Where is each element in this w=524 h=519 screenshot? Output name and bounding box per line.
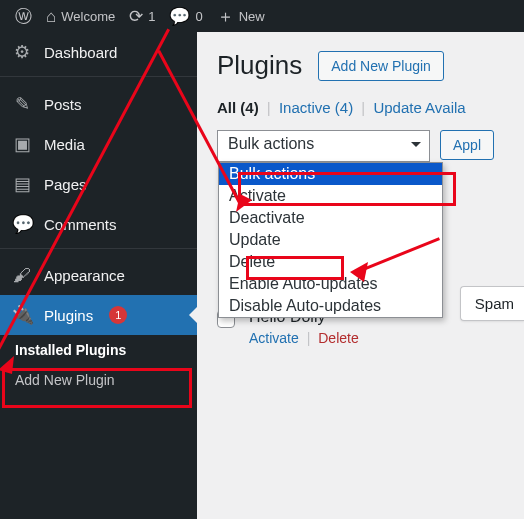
filter-all[interactable]: All (4) bbox=[217, 99, 259, 116]
new-content[interactable]: ＋ New bbox=[210, 0, 272, 32]
bulk-actions-wrap: Bulk actions Bulk actions Activate Deact… bbox=[217, 130, 430, 162]
comments-icon: 💬 bbox=[12, 213, 32, 235]
separator bbox=[0, 76, 197, 84]
bulk-option-enable-auto-updates[interactable]: Enable Auto-updates bbox=[219, 273, 442, 295]
updates-count: 1 bbox=[148, 9, 155, 24]
sidebar-item-media[interactable]: ▣ Media bbox=[0, 124, 197, 164]
bulk-option-disable-auto-updates[interactable]: Disable Auto-updates bbox=[219, 295, 442, 317]
separator bbox=[0, 248, 197, 256]
filter-inactive[interactable]: Inactive (4) bbox=[279, 99, 353, 116]
sidebar-item-label: Posts bbox=[44, 96, 82, 113]
bulk-option-delete[interactable]: Delete bbox=[219, 251, 442, 273]
comments-indicator[interactable]: 💬 0 bbox=[162, 0, 209, 32]
dashboard-icon: ⚙ bbox=[12, 41, 32, 63]
wordpress-icon: ⓦ bbox=[15, 8, 32, 25]
bulk-option-activate[interactable]: Activate bbox=[219, 185, 442, 207]
bulk-actions-dropdown: Bulk actions Activate Deactivate Update … bbox=[218, 162, 443, 318]
sidebar-sub-add-new-plugin[interactable]: Add New Plugin bbox=[0, 365, 197, 395]
site-name: Welcome bbox=[61, 9, 115, 24]
plugin-activate-link[interactable]: Activate bbox=[249, 330, 299, 346]
pages-icon: ▤ bbox=[12, 173, 32, 195]
plugin-row-actions: Activate | Delete bbox=[249, 330, 359, 346]
home-icon: ⌂ bbox=[46, 8, 56, 25]
bulk-actions-select[interactable]: Bulk actions bbox=[217, 130, 430, 162]
main-content: Plugins Add New Plugin All (4) | Inactiv… bbox=[197, 32, 524, 519]
sidebar-item-posts[interactable]: ✎ Posts bbox=[0, 84, 197, 124]
pin-icon: ✎ bbox=[12, 93, 32, 115]
wp-logo[interactable]: ⓦ bbox=[8, 0, 39, 32]
updates-indicator[interactable]: ⟳ 1 bbox=[122, 0, 162, 32]
sidebar-item-pages[interactable]: ▤ Pages bbox=[0, 164, 197, 204]
sidebar-item-plugins[interactable]: 🔌 Plugins 1 bbox=[0, 295, 197, 335]
plugin-filter-links: All (4) | Inactive (4) | Update Availa bbox=[217, 99, 524, 116]
refresh-icon: ⟳ bbox=[129, 8, 143, 25]
sidebar-sub-installed-plugins[interactable]: Installed Plugins bbox=[0, 335, 197, 365]
bulk-option-bulk-actions[interactable]: Bulk actions bbox=[219, 163, 442, 185]
bulk-option-deactivate[interactable]: Deactivate bbox=[219, 207, 442, 229]
comments-count: 0 bbox=[195, 9, 202, 24]
update-badge: 1 bbox=[109, 306, 127, 324]
sidebar-item-label: Dashboard bbox=[44, 44, 117, 61]
brush-icon: 🖌 bbox=[12, 265, 32, 286]
sidebar-item-label: Plugins bbox=[44, 307, 93, 324]
sidebar-item-appearance[interactable]: 🖌 Appearance bbox=[0, 256, 197, 295]
sidebar-item-label: Media bbox=[44, 136, 85, 153]
plug-icon: 🔌 bbox=[12, 304, 32, 326]
media-icon: ▣ bbox=[12, 133, 32, 155]
sidebar-item-comments[interactable]: 💬 Comments bbox=[0, 204, 197, 244]
sidebar-item-dashboard[interactable]: ⚙ Dashboard bbox=[0, 32, 197, 72]
sidebar-item-label: Comments bbox=[44, 216, 117, 233]
site-home[interactable]: ⌂ Welcome bbox=[39, 0, 122, 32]
admin-toolbar: ⓦ ⌂ Welcome ⟳ 1 💬 0 ＋ New bbox=[0, 0, 524, 32]
add-new-plugin-button[interactable]: Add New Plugin bbox=[318, 51, 444, 81]
plugin-delete-link[interactable]: Delete bbox=[318, 330, 358, 346]
plus-icon: ＋ bbox=[217, 8, 234, 25]
sidebar-item-label: Pages bbox=[44, 176, 87, 193]
admin-sidebar: ⚙ Dashboard ✎ Posts ▣ Media ▤ Pages 💬 Co… bbox=[0, 32, 197, 519]
filter-update-available[interactable]: Update Availa bbox=[373, 99, 465, 116]
comment-icon: 💬 bbox=[169, 8, 190, 25]
bulk-option-update[interactable]: Update bbox=[219, 229, 442, 251]
page-title: Plugins bbox=[217, 50, 302, 81]
new-label: New bbox=[239, 9, 265, 24]
apply-button[interactable]: Appl bbox=[440, 130, 494, 160]
spam-notice: Spam bbox=[460, 286, 524, 321]
sidebar-item-label: Appearance bbox=[44, 267, 125, 284]
